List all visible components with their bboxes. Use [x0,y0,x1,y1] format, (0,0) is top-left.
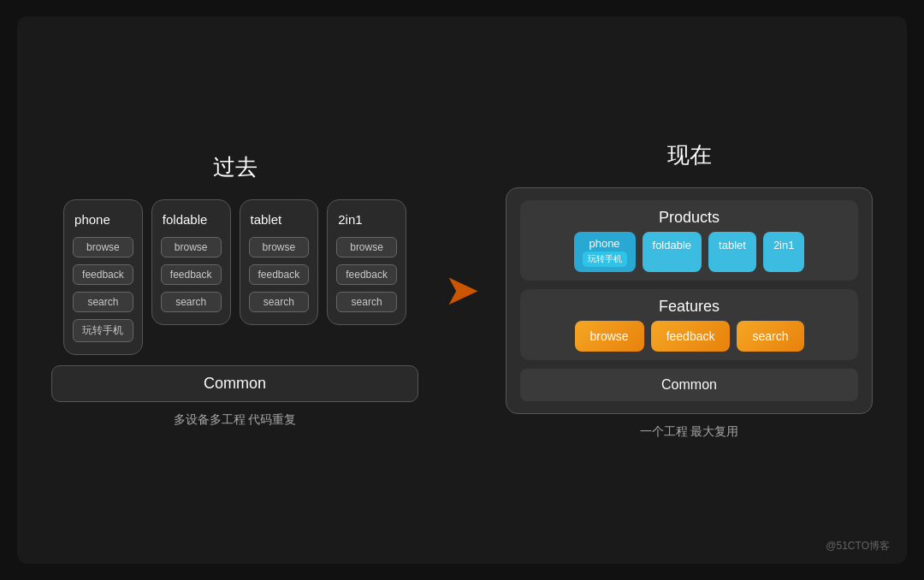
device-title-phone: phone [73,212,110,227]
pill-tablet-browse: browse [249,237,310,257]
main-content: 过去 phone browse feedback search 玩转手机 fol… [51,140,873,440]
slide: 过去 phone browse feedback search 玩转手机 fol… [17,16,907,564]
product-chip-foldable: foldable [643,232,702,272]
products-section: Products phone 玩转手机 foldable tablet 2in1 [520,200,858,281]
present-common-label: Common [661,377,717,392]
pill-phone-browse: browse [73,237,133,257]
arrow-icon: ➤ [444,265,480,315]
present-title: 现在 [667,140,712,170]
watermark: @51CTO博客 [826,539,890,553]
feature-chip-browse: browse [575,321,644,352]
pill-foldable-browse: browse [161,237,222,257]
past-subtitle: 多设备多工程 代码重复 [174,412,297,428]
pill-2in1-browse: browse [336,237,397,257]
pill-phone-feedback: feedback [73,264,133,285]
feature-chip-feedback: feedback [651,321,731,352]
pill-tablet-feedback: feedback [249,264,310,285]
past-common-bar: Common [51,365,418,402]
present-section: 现在 Products phone 玩转手机 foldable tablet 2… [506,140,873,440]
pill-phone-special: 玩转手机 [73,319,133,342]
features-section: Features browse feedback search [520,289,858,360]
feature-row: browse feedback search [530,321,848,352]
right-container: Products phone 玩转手机 foldable tablet 2in1… [506,187,873,414]
device-card-2in1: 2in1 browse feedback search [327,199,406,325]
products-label: Products [530,209,848,227]
pill-phone-search: search [73,292,133,312]
device-title-foldable: foldable [161,212,208,227]
device-title-tablet: tablet [249,212,282,227]
device-columns: phone browse feedback search 玩转手机 foldab… [63,199,406,355]
product-phone-label: phone [589,237,619,250]
products-row: phone 玩转手机 foldable tablet 2in1 [530,232,848,272]
pill-2in1-search: search [336,292,397,312]
device-card-phone: phone browse feedback search 玩转手机 [63,199,143,355]
product-chip-tablet: tablet [708,232,756,272]
pill-2in1-feedback: feedback [336,264,397,285]
pill-foldable-search: search [161,292,222,312]
device-card-foldable: foldable browse feedback search [151,199,231,325]
device-card-tablet: tablet browse feedback search [240,199,319,325]
product-phone-sublabel: 玩转手机 [583,252,627,267]
product-chip-phone: phone 玩转手机 [574,232,636,272]
past-section: 过去 phone browse feedback search 玩转手机 fol… [51,152,418,428]
present-subtitle: 一个工程 最大复用 [640,424,739,440]
pill-foldable-feedback: feedback [161,264,222,285]
features-label: Features [530,298,848,316]
past-common-label: Common [204,375,266,392]
feature-chip-search: search [737,321,803,352]
past-title: 过去 [213,152,258,182]
pill-tablet-search: search [249,292,310,312]
present-common-bar: Common [520,369,858,401]
product-chip-2in1: 2in1 [763,232,805,272]
device-title-2in1: 2in1 [336,212,362,227]
